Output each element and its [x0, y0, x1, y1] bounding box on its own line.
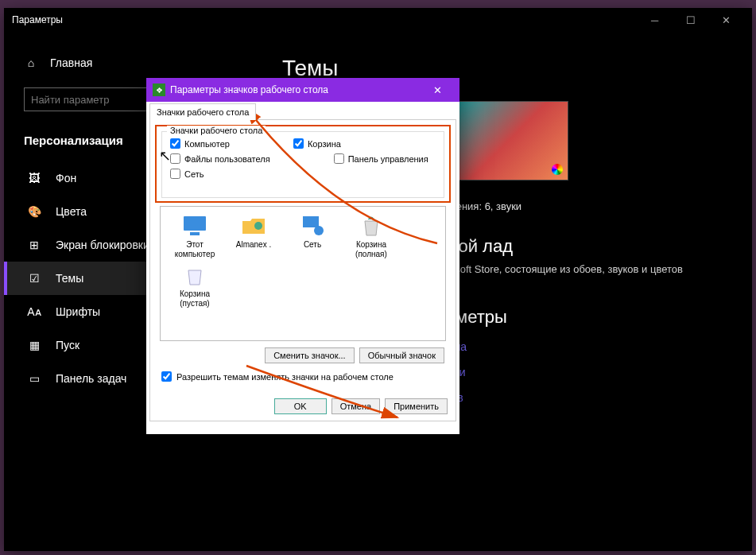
svg-rect-3: [303, 216, 319, 227]
cancel-button[interactable]: Отмена: [331, 398, 380, 414]
allow-themes-label: Разрешить темам изменять значки на рабоч…: [176, 372, 394, 382]
checkbox-recycle-input[interactable]: [293, 138, 304, 149]
group-legend: Значки рабочего стола: [167, 126, 266, 135]
checkbox-userfiles[interactable]: Файлы пользователя: [170, 153, 270, 164]
computer-icon: [182, 213, 207, 239]
svg-rect-1: [190, 232, 200, 235]
checkbox-label: Сеть: [184, 169, 204, 179]
icon-label: Almanex .: [236, 240, 271, 249]
icon-item-user[interactable]: Almanex .: [226, 213, 281, 259]
dialog-titlebar: ❖ Параметры значков рабочего стола ✕: [146, 78, 459, 102]
theme-icon: ☑: [27, 271, 41, 285]
dialog-tab[interactable]: Значки рабочего стола: [149, 103, 256, 120]
palette-icon: 🎨: [27, 204, 41, 219]
sidebar-item-label: Цвета: [56, 205, 87, 218]
icon-buttons: Сменить значок... Обычный значок: [265, 347, 444, 363]
svg-rect-0: [184, 216, 206, 231]
icon-item-bin-full[interactable]: Корзина (полная): [343, 213, 399, 259]
folder-icon: [241, 213, 266, 239]
allow-themes-input[interactable]: [161, 371, 172, 382]
sidebar-item-label: Пуск: [56, 339, 79, 351]
checkbox-computer[interactable]: Компьютер: [170, 138, 230, 149]
titlebar: Параметры ─ ☐ ✕: [4, 8, 752, 32]
start-icon: ▦: [27, 338, 41, 352]
icon-item-bin-empty[interactable]: Корзина (пустая): [167, 262, 223, 309]
font-icon: Aᴀ: [27, 305, 41, 319]
apply-button[interactable]: Применить: [385, 398, 448, 414]
theme-thumbnail[interactable]: [449, 101, 568, 180]
dialog-title: Параметры значков рабочего стола: [170, 84, 328, 95]
close-button[interactable]: ✕: [708, 8, 744, 32]
sidebar-item-label: Экран блокировки: [56, 239, 149, 251]
checkbox-network-input[interactable]: [170, 169, 180, 179]
icons-group: Значки рабочего стола Компьютер Корзина …: [161, 131, 444, 198]
recycle-bin-empty-icon: [182, 262, 207, 288]
icon-label: Этот компьютер: [175, 240, 215, 258]
checkbox-recycle[interactable]: Корзина: [293, 138, 341, 149]
dialog-icon: ❖: [153, 83, 165, 96]
checkbox-label: Корзина: [308, 139, 341, 149]
theme-meta: жения: 6, звуки: [449, 200, 736, 212]
sidebar-item-label: Темы: [56, 272, 83, 285]
lock-icon: ⊞: [27, 238, 41, 252]
home-icon: ⌂: [24, 56, 38, 70]
default-icon-button[interactable]: Обычный значок: [359, 347, 444, 363]
dialog-buttons: OK Отмена Применить: [274, 398, 448, 414]
window-title: Параметры: [12, 14, 63, 25]
icon-label: Корзина (пустая): [180, 289, 210, 308]
icon-item-network[interactable]: Сеть: [285, 213, 340, 259]
sidebar-item-label: Панель задач: [56, 372, 126, 385]
network-icon: [300, 213, 325, 239]
store-text: osoft Store, состоящие из обоев, звуков …: [449, 263, 736, 275]
recycle-bin-full-icon: [359, 213, 384, 239]
home-link[interactable]: ⌂ Главная: [4, 48, 266, 78]
svg-point-2: [254, 222, 262, 230]
subheading-customize: вой лад: [449, 236, 736, 257]
icon-label: Корзина (полная): [355, 240, 387, 258]
icon-label: Сеть: [304, 240, 321, 249]
checkbox-label: Панель управления: [348, 154, 428, 164]
picture-icon: 🖼: [27, 171, 41, 185]
change-icon-button[interactable]: Сменить значок...: [265, 347, 355, 363]
icon-preview-area: Этот компьютер Almanex . Сеть Корзина (п…: [160, 206, 446, 341]
svg-point-4: [314, 226, 324, 235]
allow-themes-checkbox[interactable]: Разрешить темам изменять значки на рабоч…: [161, 371, 394, 382]
checkbox-label: Файлы пользователя: [184, 154, 270, 164]
taskbar-icon: ▭: [27, 371, 41, 386]
ok-button[interactable]: OK: [274, 398, 327, 414]
checkbox-control-input[interactable]: [334, 153, 344, 164]
checkbox-network[interactable]: Сеть: [170, 169, 204, 179]
checkbox-control[interactable]: Панель управления: [334, 153, 428, 164]
window-controls: ─ ☐ ✕: [637, 8, 744, 32]
sidebar-item-label: Фон: [56, 172, 76, 184]
maximize-button[interactable]: ☐: [673, 8, 708, 32]
dialog-body: Значки рабочего стола Компьютер Корзина …: [149, 119, 456, 421]
checkbox-userfiles-input[interactable]: [170, 153, 180, 164]
desktop-icons-dialog: ❖ Параметры значков рабочего стола ✕ Зна…: [146, 78, 459, 434]
checkbox-computer-input[interactable]: [170, 138, 180, 149]
sidebar-item-label: Шрифты: [56, 305, 100, 318]
icon-item-this-pc[interactable]: Этот компьютер: [167, 213, 223, 259]
home-label: Главная: [50, 56, 92, 69]
dialog-close-button[interactable]: ✕: [421, 84, 453, 96]
checkbox-label: Компьютер: [184, 139, 230, 149]
minimize-button[interactable]: ─: [637, 8, 673, 32]
